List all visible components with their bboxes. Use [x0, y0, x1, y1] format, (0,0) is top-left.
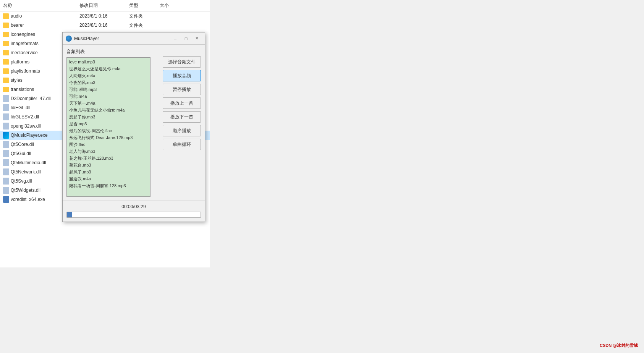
playlist-item[interactable]: 陪我看一场雪-周鹏宵.128.mp3 [67, 181, 150, 188]
folder-icon [3, 32, 9, 37]
folder-icon [3, 41, 9, 46]
dll-icon [3, 178, 9, 185]
folder-icon [3, 78, 9, 83]
folder-icon [3, 13, 9, 19]
folder-row-audio[interactable]: audio 2023/8/1 0:16 文件夹 [0, 11, 210, 21]
playlist-item[interactable]: 起风了.mp3 [67, 168, 150, 175]
folder-icon [3, 68, 9, 74]
playlist-item[interactable]: 今夜的风.mp3 [67, 78, 150, 85]
playlist-section: 音频列表 love mail.mp3世界这么大还是遇见你.m4a人间烟火.m4a… [66, 49, 159, 197]
playlist-item[interactable]: 小鱼儿与花无缺之小仙女.m4a [67, 106, 150, 113]
playlist-item[interactable]: 人间烟火.m4a [67, 71, 150, 78]
select-file-button[interactable]: 选择音频文件 [163, 56, 201, 68]
title-bar-left: MusicPlayer [66, 36, 99, 42]
pause-button[interactable]: 暂停播放 [163, 84, 201, 95]
progress-section: 00:00/03:29 [63, 201, 205, 222]
controls-section: 选择音频文件 播放音频 暂停播放 播放上一首 播放下一首 顺序播放 单曲循环 [163, 49, 201, 197]
dll-icon [3, 104, 9, 111]
progress-bar[interactable] [66, 212, 201, 218]
playlist-item[interactable]: 围沙.flac [67, 140, 150, 147]
exe-icon [3, 132, 9, 139]
title-bar: MusicPlayer – □ ✕ [63, 32, 205, 45]
playlist-item[interactable]: 邂逅叹.m4a [67, 175, 150, 181]
maximize-button[interactable]: □ [181, 35, 191, 42]
folder-icon [3, 87, 9, 92]
playlist-item[interactable]: 永远飞行模式-Dear Jane.128.mp3 [67, 133, 150, 140]
playlist-item[interactable]: 花之舞-王丝路.128.mp3 [67, 154, 150, 161]
col-modified[interactable]: 修改日期 [76, 2, 126, 10]
minimize-button[interactable]: – [170, 35, 180, 42]
watermark: CSDN @冰封的雪绒 [600, 343, 638, 348]
folder-icon [3, 59, 9, 65]
play-button[interactable]: 播放音频 [163, 70, 201, 81]
progress-fill [67, 212, 72, 217]
time-display: 00:00/03:29 [66, 204, 201, 209]
loop-button[interactable]: 单曲循环 [163, 139, 201, 150]
title-bar-controls: – □ ✕ [170, 35, 202, 42]
playlist-item[interactable]: 想起了你.mp3 [67, 113, 150, 120]
playlist-item[interactable]: 天下第一.m4a [67, 99, 150, 106]
folder-row-bearer[interactable]: bearer 2023/8/1 0:16 文件夹 [0, 21, 210, 30]
dll-icon [3, 159, 9, 166]
playlist-item[interactable]: 最后的战役-周杰伦.flac [67, 126, 150, 133]
player-content: 音频列表 love mail.mp3世界这么大还是遇见你.m4a人间烟火.m4a… [63, 45, 205, 201]
playlist-box[interactable]: love mail.mp3世界这么大还是遇见你.m4a人间烟火.m4a今夜的风.… [66, 57, 150, 197]
playlist-label: 音频列表 [66, 49, 159, 55]
playlist-item[interactable]: 可能-程响.mp3 [67, 85, 150, 92]
col-name[interactable]: 名称 [0, 2, 76, 10]
dll-icon [3, 168, 9, 175]
playlist-item[interactable]: 可能.m4a [67, 92, 150, 99]
next-button[interactable]: 播放下一首 [163, 111, 201, 123]
prev-button[interactable]: 播放上一首 [163, 97, 201, 109]
dll-icon [3, 113, 9, 120]
music-player-window: MusicPlayer – □ ✕ 音频列表 love mail.mp3世界这么… [62, 32, 205, 222]
playlist-item[interactable]: 菊花台.mp3 [67, 161, 150, 168]
explorer-header: 名称 修改日期 类型 大小 [0, 0, 210, 11]
app-icon [66, 36, 72, 42]
playlist-item[interactable]: 是否.mp3 [67, 120, 150, 126]
col-size[interactable]: 大小 [157, 2, 187, 10]
col-type[interactable]: 类型 [126, 2, 157, 10]
dll-icon [3, 187, 9, 194]
exe-icon [3, 196, 9, 203]
dll-icon [3, 95, 9, 102]
dll-icon [3, 150, 9, 157]
playlist-item[interactable]: 世界这么大还是遇见你.m4a [67, 65, 150, 71]
dll-icon [3, 141, 9, 148]
dll-icon [3, 123, 9, 130]
sequential-button[interactable]: 顺序播放 [163, 125, 201, 136]
folder-icon [3, 23, 9, 28]
playlist-item[interactable]: love mail.mp3 [67, 58, 150, 65]
window-title: MusicPlayer [74, 36, 99, 41]
playlist-item[interactable]: 老人与海.mp3 [67, 147, 150, 154]
close-button[interactable]: ✕ [192, 35, 202, 42]
folder-icon [3, 50, 9, 55]
